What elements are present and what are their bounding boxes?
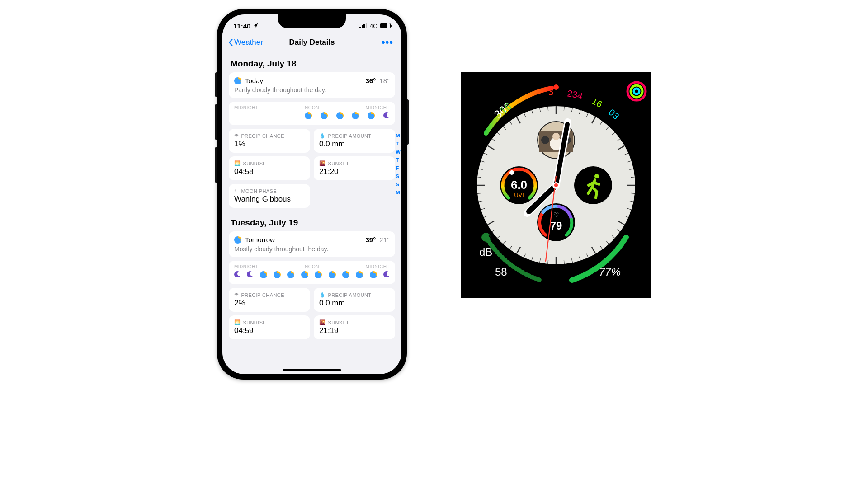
svg-point-4 bbox=[634, 89, 639, 94]
temp-low: 18° bbox=[379, 77, 390, 84]
umbrella-icon: ☂ bbox=[234, 292, 239, 298]
battery-value[interactable]: 77% bbox=[599, 266, 621, 278]
status-time: 11:40 bbox=[233, 22, 250, 30]
drop-icon: 💧 bbox=[319, 292, 326, 298]
sunrise-card[interactable]: 🌅SUNRISE 04:58 bbox=[229, 156, 310, 180]
svg-text:234: 234 bbox=[566, 88, 584, 101]
svg-point-76 bbox=[541, 136, 549, 144]
phone-screen: 11:40 4G Weather Daily Details ••• M bbox=[222, 14, 401, 374]
battery-icon bbox=[380, 23, 391, 28]
temp-low: 21° bbox=[379, 236, 390, 244]
day-name: Tomorrow bbox=[245, 236, 275, 244]
iphone-frame: 11:40 4G Weather Daily Details ••• M bbox=[217, 9, 407, 380]
precip-amount-card[interactable]: 💧PRECIP AMOUNT 0.0 mm bbox=[314, 288, 395, 312]
precip-chance-value: 2% bbox=[234, 299, 305, 308]
moon-phase-value: Waning Gibbous bbox=[234, 195, 305, 204]
summary-card[interactable]: Tomorrow 39° 21° Mostly cloudy throughou… bbox=[229, 231, 395, 257]
svg-text:03: 03 bbox=[607, 107, 621, 121]
moon-phase-card[interactable]: ☾MOON PHASE Waning Gibbous bbox=[229, 184, 310, 208]
svg-point-88 bbox=[554, 183, 558, 187]
svg-point-81 bbox=[594, 174, 599, 178]
svg-text:16: 16 bbox=[590, 96, 604, 109]
timeline-row-0: –––––– bbox=[234, 112, 390, 121]
svg-point-75 bbox=[552, 133, 560, 140]
noise-value[interactable]: 58 bbox=[495, 266, 507, 278]
svg-point-79 bbox=[509, 170, 514, 175]
notch bbox=[278, 14, 346, 28]
noise-unit: dB bbox=[479, 246, 492, 258]
sunset-value: 21:19 bbox=[319, 326, 390, 335]
more-button[interactable]: ••• bbox=[382, 37, 396, 48]
sunrise-value: 04:58 bbox=[234, 167, 305, 176]
precip-chance-card[interactable]: ☂PRECIP CHANCE 2% bbox=[229, 288, 310, 312]
sunrise-value: 04:59 bbox=[234, 326, 305, 335]
uvi-label: UVI bbox=[514, 192, 524, 198]
sunrise-icon: 🌅 bbox=[234, 319, 241, 325]
sunset-icon: 🌇 bbox=[319, 160, 326, 166]
watch-face[interactable]: 30° 16 37 234 16 03 dB 58 77% 6.0 UVI bbox=[461, 72, 651, 298]
precip-chance-card[interactable]: ☂PRECIP CHANCE 1% bbox=[229, 129, 310, 153]
temp-high: 39° bbox=[365, 236, 376, 244]
back-label: Weather bbox=[234, 38, 263, 47]
activity-rings-icon[interactable] bbox=[627, 82, 646, 100]
activity-stand[interactable]: 03 bbox=[607, 107, 621, 121]
heartrate-complication[interactable]: ♡ 79 bbox=[537, 203, 575, 241]
temp-high: 36° bbox=[365, 77, 376, 84]
tl-label: MIDNIGHT bbox=[366, 264, 390, 269]
rail-day[interactable]: S bbox=[396, 174, 401, 179]
precip-amount-value: 0.0 mm bbox=[319, 140, 390, 149]
timeline-row-1 bbox=[234, 271, 390, 280]
uvi-complication[interactable]: 6.0 UVI bbox=[500, 166, 538, 204]
heart-icon: ♡ bbox=[553, 211, 559, 218]
summary-card[interactable]: Today 36° 18° Partly cloudy throughout t… bbox=[229, 72, 395, 98]
day-name: Today bbox=[245, 77, 263, 84]
precip-amount-card[interactable]: 💧PRECIP AMOUNT 0.0 mm bbox=[314, 129, 395, 153]
sunrise-icon: 🌅 bbox=[234, 160, 241, 166]
network-label: 4G bbox=[370, 23, 377, 29]
heartrate-value: 79 bbox=[550, 220, 562, 232]
tl-label: MIDNIGHT bbox=[234, 105, 258, 110]
rail-day[interactable]: M bbox=[396, 133, 401, 138]
sunset-icon: 🌇 bbox=[319, 319, 326, 325]
activity-exercise[interactable]: 16 bbox=[590, 96, 604, 109]
svg-point-1 bbox=[481, 233, 491, 242]
drop-icon: 💧 bbox=[319, 133, 326, 139]
rail-day[interactable]: M bbox=[396, 190, 401, 195]
partly-cloudy-icon bbox=[234, 77, 241, 84]
sunset-card[interactable]: 🌇SUNSET 21:19 bbox=[314, 315, 395, 339]
svg-text:37: 37 bbox=[461, 72, 554, 98]
rail-day[interactable]: F bbox=[396, 165, 401, 171]
svg-point-3 bbox=[631, 85, 642, 97]
rail-day[interactable]: S bbox=[396, 182, 401, 187]
back-button[interactable]: Weather bbox=[228, 38, 263, 47]
signal-icon bbox=[359, 23, 367, 28]
day-rail[interactable]: M T W T F S S M bbox=[396, 133, 401, 195]
timeline-card[interactable]: MIDNIGHT NOON MIDNIGHT –––––– bbox=[229, 102, 395, 125]
precip-chance-value: 1% bbox=[234, 140, 305, 149]
rail-day[interactable]: W bbox=[396, 149, 401, 155]
svg-point-0 bbox=[553, 84, 559, 90]
page-title: Daily Details bbox=[289, 38, 335, 47]
rail-day[interactable]: T bbox=[396, 141, 401, 146]
rail-day[interactable]: T bbox=[396, 157, 401, 163]
tl-label: NOON bbox=[305, 105, 319, 110]
content-scroll[interactable]: M T W T F S S M Monday, July 18 Today bbox=[222, 52, 401, 374]
location-arrow-icon bbox=[253, 22, 259, 30]
workout-complication[interactable] bbox=[574, 166, 612, 204]
activity-move[interactable]: 234 bbox=[566, 88, 584, 101]
sunset-value: 21:20 bbox=[319, 167, 390, 176]
sunrise-card[interactable]: 🌅SUNRISE 04:59 bbox=[229, 315, 310, 339]
tl-label: NOON bbox=[305, 264, 319, 269]
precip-amount-value: 0.0 mm bbox=[319, 299, 390, 308]
moon-icon: ☾ bbox=[234, 188, 239, 194]
temp-end: 37 bbox=[461, 72, 554, 98]
timeline-card[interactable]: MIDNIGHT NOON MIDNIGHT bbox=[229, 261, 395, 284]
day-header: Monday, July 18 bbox=[229, 56, 395, 72]
sunset-card[interactable]: 🌇SUNSET 21:20 bbox=[314, 156, 395, 180]
summary-desc: Partly cloudy throughout the day. bbox=[234, 86, 390, 94]
uvi-value: 6.0 bbox=[511, 178, 527, 192]
partly-cloudy-icon bbox=[234, 236, 241, 244]
summary-desc: Mostly cloudy throughout the day. bbox=[234, 245, 390, 253]
tl-label: MIDNIGHT bbox=[234, 264, 258, 269]
nav-bar: Weather Daily Details ••• bbox=[222, 33, 401, 52]
